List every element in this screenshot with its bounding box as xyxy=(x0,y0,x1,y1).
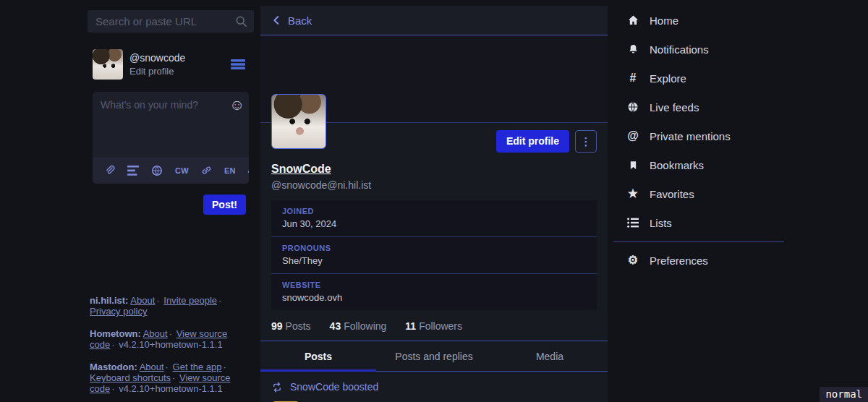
search-bar xyxy=(88,10,254,33)
gear-icon: ⚙ xyxy=(626,254,639,267)
nav-item-live-feeds[interactable]: Live feeds xyxy=(613,93,868,121)
stat-following[interactable]: 43Following xyxy=(330,320,387,332)
footer-link-invite-people[interactable]: Invite people xyxy=(163,295,217,306)
field-value-website-link[interactable]: snowcode.ovh xyxy=(282,292,586,303)
navigation-panel: Home Notifications # Explore Live feeds … xyxy=(613,6,868,275)
bookmark-icon xyxy=(626,160,639,171)
boost-icon xyxy=(271,382,283,393)
profile-name-block: SnowCode @snowcode@ni.hil.ist xyxy=(260,153,608,191)
user-meta: @snowcode Edit profile xyxy=(129,52,231,77)
footer-link-about-hometown[interactable]: About xyxy=(143,328,168,339)
post-button-row: Post! xyxy=(87,194,246,215)
separator-dot: · xyxy=(110,383,116,394)
boost-notice-text: SnowCode boosted xyxy=(290,381,378,393)
footer-hometown-version: v4.2.10+hometown-1.1.1 xyxy=(119,339,222,350)
back-label: Back xyxy=(288,14,312,27)
edit-profile-button[interactable]: Edit profile xyxy=(496,130,569,153)
post-button[interactable]: Post! xyxy=(203,194,246,215)
footer-link-about-mastodon[interactable]: About xyxy=(140,362,164,372)
separator-dot: · xyxy=(171,372,176,383)
stat-followers[interactable]: 11Followers xyxy=(405,320,462,332)
language-button[interactable]: EN xyxy=(224,166,236,175)
field-value: She/They xyxy=(282,255,586,266)
at-icon: @ xyxy=(626,129,639,142)
kebab-menu-icon[interactable]: ⋮ xyxy=(575,130,597,153)
local-only-chain-icon[interactable] xyxy=(201,165,212,176)
footer-link-get-the-app[interactable]: Get the app xyxy=(173,362,222,372)
stat-value: 99 xyxy=(271,320,283,332)
separator-dot: · xyxy=(168,328,174,339)
field-row-joined: JOINED Jun 30, 2024 xyxy=(271,200,597,236)
nav-item-label: Preferences xyxy=(650,255,708,267)
content-warning-button[interactable]: CW xyxy=(175,166,189,175)
emoji-picker-icon[interactable]: ☺ xyxy=(229,98,243,111)
profile-display-name[interactable]: SnowCode xyxy=(271,163,331,175)
stat-value: 11 xyxy=(405,320,416,332)
nav-item-lists[interactable]: Lists xyxy=(613,208,868,237)
attach-icon[interactable] xyxy=(104,165,115,176)
separator-dot: · xyxy=(222,362,228,372)
field-value: Jun 30, 2024 xyxy=(282,218,586,229)
nav-divider xyxy=(613,241,784,242)
footer-link-privacy-policy[interactable]: Privacy policy xyxy=(90,306,147,317)
field-row-website: WEBSITE snowcode.ovh xyxy=(271,273,597,310)
browser-mode-indicator: normal xyxy=(820,387,868,402)
nav-item-label: Bookmarks xyxy=(650,159,704,171)
nav-item-bookmarks[interactable]: Bookmarks xyxy=(613,150,868,179)
current-user-row: @snowcode Edit profile xyxy=(93,49,254,80)
nav-item-private-mentions[interactable]: @ Private mentions xyxy=(613,121,868,150)
nav-item-label: Live feeds xyxy=(650,101,699,114)
hashtag-icon: # xyxy=(626,72,639,85)
nav-item-explore[interactable]: # Explore xyxy=(613,64,868,93)
footer-hometown-label: Hometown: xyxy=(90,328,141,339)
profile-full-handle: @snowcode@ni.hil.ist xyxy=(271,179,597,191)
menu-icon[interactable] xyxy=(231,59,245,70)
compose-column: @snowcode Edit profile ☺ CW EN xyxy=(87,6,254,402)
search-input[interactable] xyxy=(88,10,254,33)
boost-notice[interactable]: SnowCode boosted xyxy=(260,372,608,399)
tab-posts-and-replies[interactable]: Posts and replies xyxy=(376,341,492,371)
stat-posts[interactable]: 99Posts xyxy=(271,320,311,332)
footer-mastodon-line: Mastodon: About· Get the app· Keyboard s… xyxy=(90,362,253,394)
profile-tabs: Posts Posts and replies Media xyxy=(260,341,608,372)
compose-textarea[interactable] xyxy=(93,92,249,157)
star-icon: ★ xyxy=(626,187,639,200)
user-avatar[interactable] xyxy=(93,49,123,80)
profile-fields-table: JOINED Jun 30, 2024 PRONOUNS She/They WE… xyxy=(271,200,597,310)
nav-item-label: Explore xyxy=(650,72,686,85)
footer-link-about-instance[interactable]: About xyxy=(130,295,155,306)
nav-item-preferences[interactable]: ⚙ Preferences xyxy=(613,246,868,275)
nav-item-label: Favorites xyxy=(650,188,694,200)
tab-posts[interactable]: Posts xyxy=(260,341,376,371)
visibility-globe-icon[interactable] xyxy=(151,165,163,176)
tab-media[interactable]: Media xyxy=(492,341,608,371)
character-counter: 414141 xyxy=(248,165,249,176)
compose-form: ☺ CW EN 414141 xyxy=(93,92,249,184)
compose-toolbar: CW EN 414141 xyxy=(93,157,249,184)
search-icon[interactable] xyxy=(235,15,247,27)
profile-stats: 99Posts 43Following 11Followers xyxy=(260,310,608,341)
profile-avatar[interactable] xyxy=(271,94,326,149)
nav-item-label: Lists xyxy=(650,217,672,229)
globe-icon xyxy=(626,101,639,113)
footer-mastodon-version: v4.2.10+hometown-1.1.1 xyxy=(119,383,222,394)
column-back-header[interactable]: Back xyxy=(260,6,608,35)
boosted-post-row[interactable]: Leaping Six Echo Nov 30, 2024 xyxy=(260,399,608,402)
home-icon xyxy=(626,14,639,26)
profile-column: Back Edit profile ⋮ SnowCode @snowcode@n… xyxy=(260,6,608,402)
nav-item-label: Notifications xyxy=(650,43,709,56)
nav-item-favorites[interactable]: ★ Favorites xyxy=(613,179,868,208)
list-icon xyxy=(626,218,639,228)
nav-item-notifications[interactable]: Notifications xyxy=(613,35,868,64)
stat-label: Posts xyxy=(286,320,311,332)
edit-profile-link[interactable]: Edit profile xyxy=(129,66,231,77)
separator-dot: · xyxy=(164,362,170,372)
footer-instance-line: ni.hil.ist: About· Invite people· Privac… xyxy=(90,295,253,317)
footer-link-keyboard-shortcuts[interactable]: Keyboard shortcuts xyxy=(90,372,171,383)
poll-icon[interactable] xyxy=(127,166,139,176)
field-row-pronouns: PRONOUNS She/They xyxy=(271,236,597,273)
footer-mastodon-label: Mastodon: xyxy=(90,362,137,372)
separator-dot: · xyxy=(155,295,161,306)
nav-item-home[interactable]: Home xyxy=(613,6,868,35)
stat-label: Following xyxy=(344,320,386,332)
